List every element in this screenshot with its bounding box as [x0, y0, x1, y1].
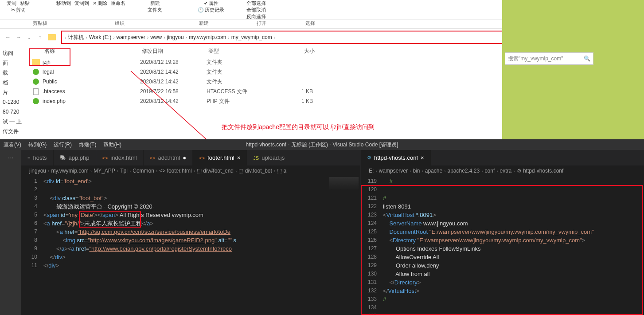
- close-icon[interactable]: ×: [421, 154, 424, 161]
- paste-button[interactable]: 粘贴: [20, 0, 30, 7]
- bc-item[interactable]: ⚙ httpd-vhosts.conf: [517, 168, 564, 174]
- file-size: 1 KB: [277, 98, 322, 104]
- nav-item[interactable]: 档: [3, 78, 24, 87]
- editor-left[interactable]: 1234567891011 <div id='foot_end'> <div c…: [21, 176, 360, 315]
- file-type: PHP 文件: [207, 98, 277, 105]
- nav-back-icon[interactable]: ←: [4, 33, 12, 42]
- copyto-button[interactable]: 复制到: [74, 0, 89, 7]
- crumb[interactable]: jingyou: [167, 34, 184, 40]
- crumb[interactable]: my_vwymip_com: [231, 34, 272, 40]
- search-input-2[interactable]: 搜索"my_vwymip_com" 🔍: [505, 52, 593, 65]
- nav-item[interactable]: 0-1280: [3, 97, 24, 107]
- copy-button[interactable]: 复制: [7, 0, 16, 7]
- tab-icon: JS: [253, 155, 259, 161]
- properties-button[interactable]: ✔ 属性: [204, 0, 219, 7]
- bc-item[interactable]: ⬚ div#foot_end: [197, 168, 234, 174]
- invert-button[interactable]: 反向选择: [246, 13, 266, 20]
- tab[interactable]: <>add.html●: [144, 150, 193, 165]
- gutter-right: 1191201211221231241251261271281291301311…: [361, 176, 383, 315]
- grp-organize-label: 组织: [98, 20, 142, 28]
- bc-item[interactable]: extra: [500, 168, 512, 174]
- minimap-left[interactable]: [325, 176, 360, 315]
- bc-item[interactable]: wampserver: [379, 168, 408, 174]
- col-date-header[interactable]: 修改日期: [142, 47, 208, 55]
- crumb[interactable]: www: [150, 34, 162, 40]
- bc-item[interactable]: <> footer.html: [159, 168, 191, 174]
- tab-label: app.php: [69, 154, 90, 161]
- nav-item[interactable]: 面: [3, 58, 24, 68]
- newfolder-button[interactable]: 新建 文件夹: [148, 0, 162, 13]
- code-right[interactable]: # # listen 8091 <VirtualHost *:8091> Ser…: [383, 176, 644, 315]
- bc-item[interactable]: ⬚ a: [277, 168, 286, 174]
- ellipsis-icon[interactable]: ⋯: [8, 154, 14, 161]
- bc-item[interactable]: ⬚ div.foot_bot: [238, 168, 272, 174]
- tab-icon: <>: [150, 155, 156, 161]
- bc-item[interactable]: apache: [425, 168, 442, 174]
- nav-item[interactable]: 载: [3, 68, 24, 78]
- bc-item[interactable]: bin: [413, 168, 420, 174]
- tabs-left: ≡hosts🐘app.php<>index.html<>add.html●<>f…: [21, 150, 360, 165]
- selectall-button[interactable]: 全部选择: [246, 0, 266, 7]
- tab[interactable]: ≡hosts: [21, 150, 54, 165]
- col-name-header[interactable]: 名称: [44, 48, 55, 54]
- nav-item[interactable]: 访问: [3, 48, 24, 58]
- crumb[interactable]: Work (E:): [89, 34, 111, 40]
- bc-item[interactable]: jingyou: [29, 168, 46, 174]
- nav-dropdown-icon[interactable]: ⌄: [25, 33, 34, 42]
- breadcrumb-right[interactable]: E: › wampserver › bin › apache › apache2…: [361, 165, 644, 176]
- nav-pane[interactable]: 访问面载档片0-128080-720试 — 上传文件: [0, 46, 27, 139]
- cut-label: 剪切: [16, 7, 26, 13]
- bc-item[interactable]: my.vwymip.com: [51, 168, 88, 174]
- close-icon[interactable]: ×: [237, 154, 241, 161]
- code-left[interactable]: <div id='foot_end'> <div class="foot_bot…: [43, 176, 360, 315]
- cut-button[interactable]: ✂ 剪切: [11, 7, 26, 13]
- delete-label: 删除: [98, 0, 107, 7]
- tab-label: httpd-vhosts.conf: [374, 154, 418, 161]
- tab[interactable]: 🐘app.php: [54, 150, 96, 165]
- menu-view[interactable]: 查看(V): [4, 141, 21, 149]
- bc-item[interactable]: E:: [369, 168, 374, 174]
- bc-item[interactable]: apache2.4.23: [447, 168, 480, 174]
- breadcrumb-left[interactable]: jingyou › my.vwymip.com › MY_APP › Tpl ›…: [21, 165, 360, 176]
- menu-terminal[interactable]: 终端(T): [79, 141, 96, 149]
- nav-fwd-icon[interactable]: →: [14, 33, 23, 42]
- nav-item[interactable]: 片: [3, 87, 24, 97]
- crumb[interactable]: 计算机: [68, 34, 84, 41]
- tab-icon: <>: [199, 155, 205, 161]
- rename-button[interactable]: 重命名: [111, 0, 125, 7]
- file-type: 文件夹: [207, 59, 277, 66]
- nav-item[interactable]: 80-720: [3, 107, 24, 117]
- bc-item[interactable]: conf: [485, 168, 495, 174]
- menu-goto[interactable]: 转到(G): [28, 141, 47, 149]
- tab-label: footer.html: [207, 154, 234, 161]
- delete-button[interactable]: ✕ 删除: [93, 0, 107, 7]
- nav-up-icon[interactable]: ↑: [35, 33, 44, 42]
- folder-icon: [48, 34, 56, 40]
- crumb[interactable]: wampserver: [116, 34, 145, 40]
- col-type-header[interactable]: 类型: [208, 47, 279, 55]
- selectnone-button[interactable]: 全部取消: [246, 7, 266, 13]
- tab-label: add.html: [158, 154, 180, 161]
- editor-right[interactable]: 1191201211221231241251261271281291301311…: [361, 176, 644, 315]
- tab[interactable]: ⚙httpd-vhosts.conf×: [361, 150, 431, 165]
- col-size-header[interactable]: 大小: [279, 47, 324, 55]
- editor-group-left: ≡hosts🐘app.php<>index.html<>add.html●<>f…: [21, 150, 360, 315]
- tab[interactable]: <>footer.html×: [193, 150, 247, 165]
- search-placeholder-2: 搜索"my_vwymip_com": [508, 55, 563, 63]
- nav-item[interactable]: 试 — 上传文件: [3, 117, 24, 136]
- breadcrumb[interactable]: › 计算机 › Work (E:) › wampserver › www › j…: [61, 31, 515, 44]
- menu-help[interactable]: 帮助(H): [103, 141, 121, 149]
- sync-icon: [33, 69, 39, 75]
- bc-item[interactable]: Common: [133, 168, 154, 174]
- moveto-button[interactable]: 移动到: [56, 0, 71, 7]
- file-name: jzjh: [43, 59, 140, 65]
- file-size: 1 KB: [277, 88, 322, 94]
- tab[interactable]: <>index.html: [96, 150, 144, 165]
- crumb[interactable]: my.vwymip.com: [189, 34, 226, 40]
- history-button[interactable]: 🕐 历史记录: [198, 7, 224, 13]
- bc-item[interactable]: Tpl: [120, 168, 128, 174]
- tab[interactable]: JSupload.js: [247, 150, 291, 165]
- menu-run[interactable]: 运行(R): [54, 141, 72, 149]
- activity-bar[interactable]: ⋯: [0, 150, 21, 315]
- bc-item[interactable]: MY_APP: [94, 168, 115, 174]
